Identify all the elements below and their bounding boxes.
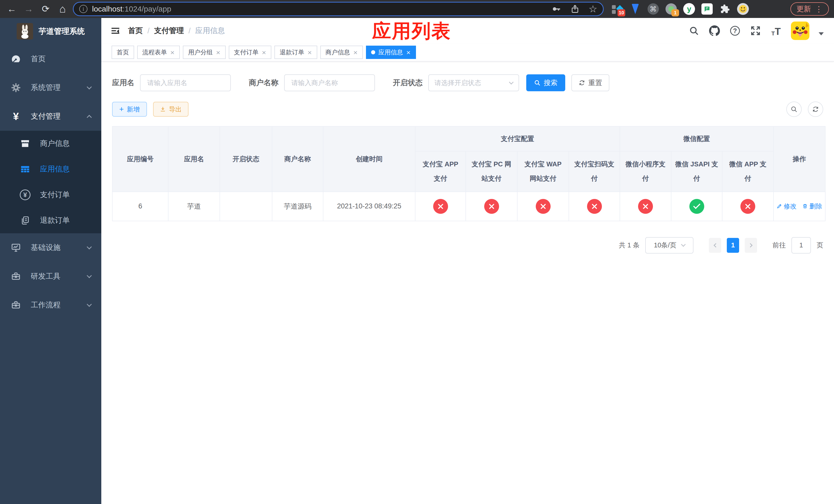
extension-command-icon[interactable]: ⌘ bbox=[647, 3, 659, 15]
close-icon[interactable]: × bbox=[307, 49, 312, 55]
export-button[interactable]: 导出 bbox=[153, 102, 189, 117]
status-select[interactable]: 请选择开启状态 bbox=[428, 74, 519, 91]
sidebar-item-infrastructure[interactable]: 基础设施 bbox=[0, 233, 101, 262]
extensions-puzzle-icon[interactable] bbox=[719, 3, 731, 15]
close-icon[interactable]: × bbox=[216, 49, 220, 55]
search-button[interactable]: 搜索 bbox=[526, 74, 565, 91]
dashboard-icon bbox=[10, 53, 22, 65]
close-icon[interactable]: × bbox=[170, 49, 175, 55]
edit-link[interactable]: 修改 bbox=[776, 202, 796, 210]
toggle-search-button[interactable] bbox=[786, 101, 802, 117]
delete-link[interactable]: 删除 bbox=[802, 202, 822, 210]
goto-page-input[interactable] bbox=[791, 237, 811, 254]
app-name-input[interactable] bbox=[140, 74, 231, 91]
font-size-icon[interactable]: TT bbox=[770, 25, 782, 37]
plus-icon: + bbox=[119, 105, 124, 113]
total-count: 共 1 条 bbox=[619, 241, 640, 250]
pagination: 共 1 条 10条/页 1 前往 页 bbox=[112, 237, 823, 254]
tag-pay-orders[interactable]: 支付订单× bbox=[229, 46, 271, 59]
browser-reload-button[interactable]: ⟳ bbox=[39, 2, 52, 16]
browser-update-button[interactable]: 更新 ⋮ bbox=[790, 2, 829, 16]
search-icon[interactable] bbox=[688, 25, 700, 37]
page-size-select[interactable]: 10条/页 bbox=[645, 237, 694, 254]
toolbox-icon bbox=[10, 271, 22, 282]
sidebar-item-label: 退款订单 bbox=[40, 215, 70, 226]
close-icon[interactable]: × bbox=[406, 49, 411, 55]
refresh-button[interactable] bbox=[808, 101, 823, 117]
document-icon bbox=[20, 215, 31, 226]
sidebar-item-dev-tools[interactable]: 研发工具 bbox=[0, 262, 101, 291]
merchant-name-input[interactable] bbox=[284, 74, 375, 91]
sidebar-collapse-icon[interactable] bbox=[101, 25, 128, 36]
reset-button[interactable]: 重置 bbox=[571, 74, 609, 91]
sidebar-item-label: 商户信息 bbox=[40, 138, 70, 149]
screen: ← → ⟳ ⌂ i localhost:1024/pay/app ☆ 10 bbox=[0, 0, 834, 504]
cell-enabled bbox=[220, 192, 272, 221]
extension-badge: 1 bbox=[672, 9, 679, 17]
fullscreen-icon[interactable] bbox=[750, 25, 761, 37]
close-icon[interactable]: × bbox=[262, 49, 266, 55]
tag-home[interactable]: 首页 bbox=[112, 46, 134, 59]
navbar: 首页 / 支付管理 / 应用信息 应用列表 ? TT bbox=[101, 18, 834, 44]
sidebar-item-payment[interactable]: ¥ 支付管理 bbox=[0, 102, 101, 131]
user-avatar[interactable] bbox=[791, 22, 809, 40]
navbar-actions: ? TT bbox=[688, 22, 834, 40]
status-disabled-icon bbox=[433, 199, 448, 214]
bookmark-star-icon[interactable]: ☆ bbox=[589, 4, 597, 14]
avatar-caret-icon[interactable] bbox=[819, 32, 824, 36]
column-header: 支付宝 WAP 网站支付 bbox=[517, 151, 569, 192]
add-button[interactable]: + 新增 bbox=[112, 102, 147, 117]
tag-user-group[interactable]: 用户分组× bbox=[183, 46, 225, 59]
browser-menu-kebab-icon[interactable]: ⋮ bbox=[815, 5, 823, 14]
chevron-right-icon bbox=[748, 243, 752, 247]
page-number-current[interactable]: 1 bbox=[727, 238, 739, 253]
breadcrumb-home[interactable]: 首页 bbox=[128, 26, 143, 36]
extension-chat-icon[interactable] bbox=[701, 3, 713, 15]
column-header: 微信小程序支付 bbox=[620, 151, 671, 192]
app-title: 芋道管理系统 bbox=[39, 26, 85, 37]
extension-y-icon[interactable]: y bbox=[683, 3, 695, 15]
monitor-chart-icon bbox=[10, 242, 22, 253]
close-icon[interactable]: × bbox=[353, 49, 358, 55]
next-page-button[interactable] bbox=[745, 238, 757, 253]
column-header: 应用名 bbox=[168, 127, 220, 192]
merchant-name-label: 商户名称 bbox=[249, 78, 279, 88]
app-table: 应用编号 应用名 开启状态 商户名称 创建时间 支付宝配置 微信配置 操作 支付… bbox=[112, 126, 826, 221]
share-icon[interactable] bbox=[570, 4, 580, 14]
cell-app-name: 芋道 bbox=[168, 192, 220, 221]
site-info-icon[interactable]: i bbox=[79, 5, 87, 13]
tag-process-form[interactable]: 流程表单× bbox=[137, 46, 180, 59]
browser-forward-button[interactable]: → bbox=[22, 2, 36, 16]
prev-page-button[interactable] bbox=[709, 238, 721, 253]
browser-back-button[interactable]: ← bbox=[5, 2, 19, 16]
tag-refund-orders[interactable]: 退款订单× bbox=[275, 46, 317, 59]
sidebar-item-workflow[interactable]: 工作流程 bbox=[0, 291, 101, 319]
github-icon[interactable] bbox=[709, 25, 720, 37]
app-logo[interactable]: 芋道管理系统 bbox=[0, 18, 101, 45]
browser-home-button[interactable]: ⌂ bbox=[56, 2, 69, 16]
group-header-alipay: 支付宝配置 bbox=[415, 127, 620, 151]
tag-app-info[interactable]: 应用信息× bbox=[366, 46, 416, 59]
sidebar-item-label: 研发工具 bbox=[31, 271, 61, 281]
extension-recorder-icon[interactable]: 1 bbox=[665, 3, 677, 15]
password-key-icon[interactable] bbox=[551, 4, 562, 14]
extension-kite-icon[interactable] bbox=[629, 3, 641, 15]
sidebar-item-pay-orders[interactable]: ¥ 支付订单 bbox=[0, 182, 101, 208]
tag-merchant-info[interactable]: 商户信息× bbox=[320, 46, 363, 59]
sidebar-item-app-info[interactable]: 应用信息 bbox=[0, 156, 101, 182]
sidebar-item-system[interactable]: 系统管理 bbox=[0, 73, 101, 102]
extension-grid-icon[interactable]: 10 bbox=[611, 3, 623, 15]
sidebar-item-home[interactable]: 首页 bbox=[0, 45, 101, 73]
chevron-down-icon bbox=[87, 244, 92, 249]
sidebar-item-merchant-info[interactable]: 商户信息 bbox=[0, 131, 101, 156]
browser-profile-avatar[interactable] bbox=[737, 3, 749, 15]
help-icon[interactable]: ? bbox=[729, 25, 741, 37]
status-disabled-icon bbox=[536, 199, 551, 214]
sidebar-item-refund-orders[interactable]: 退款订单 bbox=[0, 208, 101, 233]
breadcrumb-payment[interactable]: 支付管理 bbox=[154, 26, 184, 36]
goto-unit: 页 bbox=[816, 241, 823, 250]
table-row: 6 芋道 芋道源码 2021-10-23 08:49:25 bbox=[112, 192, 825, 221]
address-bar[interactable]: i localhost:1024/pay/app ☆ bbox=[73, 2, 604, 16]
yen-icon: ¥ bbox=[10, 111, 22, 122]
chevron-left-icon bbox=[714, 243, 718, 247]
